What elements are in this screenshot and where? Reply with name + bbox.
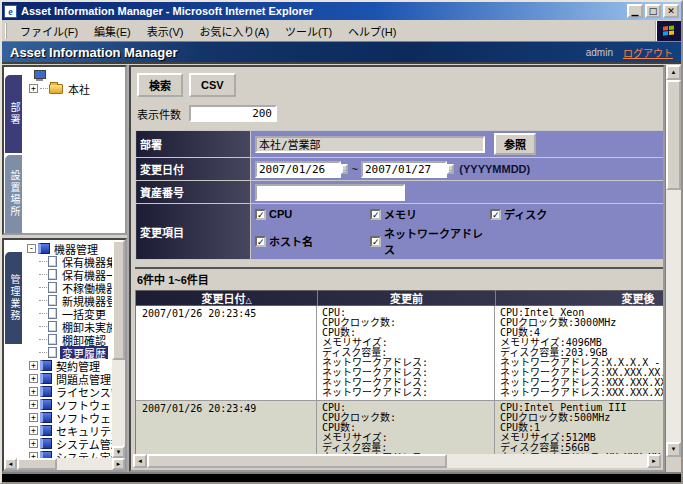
column-after[interactable]: 変更後	[495, 290, 664, 306]
scroll-left-icon[interactable]	[4, 458, 17, 470]
logout-link[interactable]: ログアウト	[623, 45, 673, 60]
checked-icon[interactable]	[370, 209, 381, 220]
menu-grip[interactable]	[5, 23, 8, 39]
tree-item-honsha[interactable]: 本社	[25, 82, 125, 95]
close-button[interactable]	[663, 4, 679, 18]
menu-tools[interactable]: ツール(T)	[277, 20, 340, 42]
tree-item-group[interactable]: ソフトウェア適用	[25, 398, 112, 411]
department-input[interactable]	[255, 136, 485, 153]
scrollbar-thumb[interactable]	[666, 80, 681, 190]
menu-edit[interactable]: 編集(E)	[86, 20, 139, 42]
search-button[interactable]: 検索	[137, 73, 183, 97]
expand-icon[interactable]	[29, 361, 38, 370]
tree-item-leaf[interactable]: 保有機器一覧	[25, 268, 112, 281]
tree-item-kiki-kanri[interactable]: 機器管理	[25, 242, 112, 255]
tree-item-group[interactable]: ライセンス管理	[25, 385, 112, 398]
main-vertical-scrollbar[interactable]	[665, 65, 681, 472]
sidebar-horizontal-scrollbar[interactable]	[4, 458, 125, 470]
table-row[interactable]: 2007/01/26 20:23:49 CPU: CPUクロック数: CPU数:…	[136, 401, 664, 454]
cell-change-date: 2007/01/26 20:23:49	[136, 401, 317, 454]
tab-location[interactable]: 設置場所	[5, 155, 22, 233]
tree-root-network[interactable]	[25, 69, 125, 82]
date-to-input[interactable]	[361, 161, 447, 178]
display-count-input[interactable]	[189, 105, 277, 122]
checkbox-hostname[interactable]: ホスト名	[255, 225, 370, 257]
admin-menu-panel: 管理業務 機器管理 保有機器集計 保有機器一覧 不稼働機器一覧 新規機器登録 一…	[2, 238, 127, 472]
expand-icon[interactable]	[29, 84, 38, 93]
minimize-button[interactable]	[627, 4, 643, 18]
menu-view[interactable]: 表示(V)	[139, 20, 192, 42]
expand-icon[interactable]	[29, 413, 38, 422]
scrollbar-thumb[interactable]	[17, 458, 57, 470]
page-icon	[48, 308, 57, 319]
tree-item-group[interactable]: セキュリティ管理	[25, 424, 112, 437]
expand-icon[interactable]	[29, 426, 38, 435]
scroll-right-icon[interactable]	[647, 454, 661, 468]
cell-before: CPU: CPUクロック数: CPU数: メモリサイズ: ディスク容量: ネット…	[317, 401, 495, 454]
menu-file[interactable]: ファイル(F)	[12, 20, 86, 42]
menu-bar: ファイル(F) 編集(E) 表示(V) お気に入り(A) ツール(T) ヘルプ(…	[2, 20, 681, 42]
checkbox-memory[interactable]: メモリ	[370, 206, 490, 222]
scrollbar-thumb[interactable]	[147, 454, 447, 468]
tree-item-change-history-selected[interactable]: 変更履歴	[25, 346, 112, 359]
tree-item-group[interactable]: システム管理	[25, 437, 112, 450]
tree-item-leaf[interactable]: 棚卸確認	[25, 333, 112, 346]
tree-item-group[interactable]: 契約管理	[25, 359, 112, 372]
tree-connector	[40, 88, 48, 89]
tree-item-group[interactable]: ソフトウェア利用	[25, 411, 112, 424]
menu-help[interactable]: ヘルプ(H)	[340, 20, 404, 42]
checkbox-cpu[interactable]: CPU	[255, 206, 370, 222]
csv-button[interactable]: CSV	[189, 73, 236, 97]
date-from-input[interactable]	[255, 161, 341, 178]
scrollbar-thumb[interactable]	[112, 240, 125, 360]
tree-connector	[39, 287, 47, 288]
tree-item-leaf[interactable]: 新規機器登録	[25, 294, 112, 307]
tab-department[interactable]: 部署	[5, 75, 22, 153]
table-row[interactable]: 2007/01/26 20:23:45 CPU: CPUクロック数: CPU数:…	[136, 306, 664, 401]
checkbox-network-address[interactable]: ネットワークアドレス	[370, 225, 490, 257]
main-horizontal-scrollbar[interactable]	[133, 454, 661, 468]
book-icon	[40, 399, 52, 410]
cell-change-date: 2007/01/26 20:23:45	[136, 306, 317, 400]
tree-item-leaf[interactable]: 棚卸未実施機器	[25, 320, 112, 333]
book-icon	[38, 243, 50, 254]
cell-after: CPU:Intel Pentium III CPUクロック数:500MHz CP…	[495, 401, 664, 454]
scroll-up-icon[interactable]	[666, 65, 681, 80]
checked-icon[interactable]	[370, 236, 381, 247]
scrollbar-corner	[666, 457, 681, 472]
asset-number-input[interactable]	[255, 184, 405, 201]
tree-item-group[interactable]: 問題点管理	[25, 372, 112, 385]
maximize-button[interactable]	[645, 4, 661, 18]
scroll-right-icon[interactable]	[112, 458, 125, 470]
menu-favorites[interactable]: お気に入り(A)	[191, 20, 277, 42]
scroll-down-icon[interactable]	[666, 442, 681, 457]
book-icon	[40, 373, 52, 384]
checked-icon[interactable]	[255, 236, 266, 247]
page-icon	[48, 269, 57, 280]
expand-icon[interactable]	[29, 439, 38, 448]
expand-icon[interactable]	[29, 387, 38, 396]
column-before[interactable]: 変更前	[317, 290, 495, 306]
scroll-down-icon[interactable]	[112, 446, 125, 458]
date-picker-icon[interactable]	[341, 164, 348, 174]
ie-page-icon	[4, 5, 17, 18]
expand-icon[interactable]	[29, 400, 38, 409]
tab-admin-tasks[interactable]: 管理業務	[5, 252, 22, 344]
sidebar-vertical-scrollbar[interactable]	[112, 240, 125, 458]
tree-connector	[39, 261, 47, 262]
column-change-date[interactable]: 変更日付△	[136, 290, 317, 306]
browse-button[interactable]: 参照	[494, 133, 536, 155]
checked-icon[interactable]	[490, 209, 501, 220]
expand-icon[interactable]	[29, 374, 38, 383]
page-icon	[48, 256, 57, 267]
checked-icon[interactable]	[255, 209, 266, 220]
date-picker-icon[interactable]	[447, 164, 454, 174]
collapse-icon[interactable]	[27, 244, 36, 253]
title-bar[interactable]: Asset Information Manager - Microsoft In…	[2, 2, 681, 20]
tree-item-leaf[interactable]: 一括変更	[25, 307, 112, 320]
tree-item-leaf[interactable]: 保有機器集計	[25, 255, 112, 268]
tree-item-leaf[interactable]: 不稼働機器一覧	[25, 281, 112, 294]
window-title: Asset Information Manager - Microsoft In…	[21, 5, 627, 17]
checkbox-disk[interactable]: ディスク	[490, 206, 659, 222]
scroll-left-icon[interactable]	[133, 454, 147, 468]
